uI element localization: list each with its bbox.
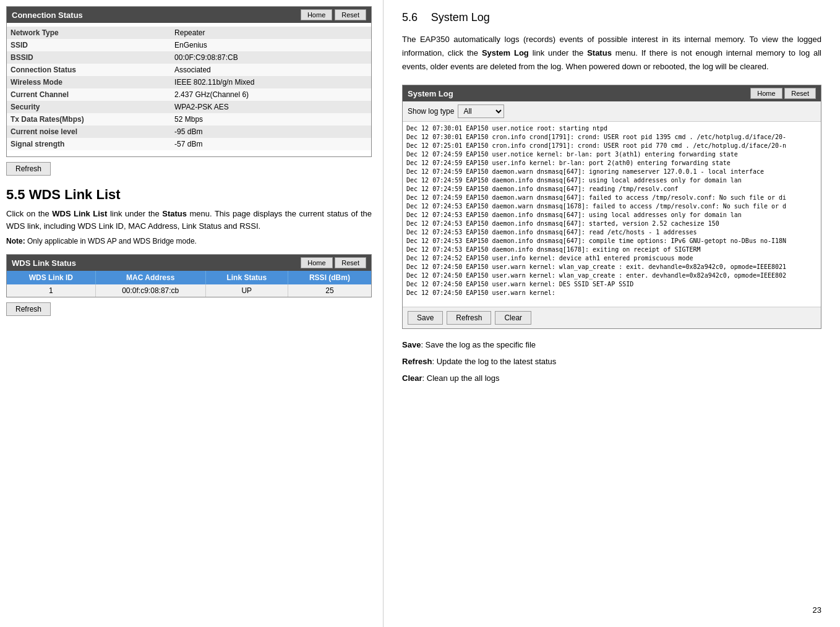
syslog-filter-label: Show log type: [408, 107, 454, 116]
list-item: Dec 12 07:24:53 EAP150 daemon.info dnsma…: [406, 237, 817, 245]
wds-title: WDS Link Status: [12, 258, 76, 268]
table-row: BSSID00:0F:C9:08:87:CB: [7, 51, 371, 64]
page-number: 23: [813, 605, 821, 615]
connection-refresh-wrap: Refresh: [6, 162, 372, 176]
wds-home-button[interactable]: Home: [301, 257, 332, 268]
wds-heading: 5.5 WDS Link List: [6, 187, 372, 203]
wds-refresh-button[interactable]: Refresh: [6, 302, 51, 316]
syslog-home-button[interactable]: Home: [750, 88, 782, 99]
wds-refresh-wrap: Refresh: [6, 302, 372, 316]
field-label: Connection Status: [7, 64, 171, 76]
table-row: Current Channel2.437 GHz(Channel 6): [7, 88, 371, 101]
footnote-label: Clear: [402, 373, 422, 383]
wds-title-bar: WDS Link Status Home Reset: [7, 255, 371, 271]
field-label: Network Type: [7, 27, 171, 39]
field-label: Current Channel: [7, 88, 171, 101]
list-item: Dec 12 07:24:50 EAP150 user.warn kernel:…: [406, 263, 817, 271]
field-value: EnGenius: [171, 39, 371, 51]
syslog-log-text: Dec 12 07:30:01 EAP150 user.notice root:…: [406, 124, 817, 297]
wds-note-text: Only applicable in WDS AP and WDS Bridge…: [27, 237, 197, 245]
list-item: Dec 12 07:24:53 EAP150 daemon.info dnsma…: [406, 228, 817, 237]
list-item: Dec 12 07:24:59 EAP150 daemon.warn dnsma…: [406, 168, 817, 176]
footnote-item: Save: Save the log as the specific file: [402, 339, 821, 352]
syslog-clear-button[interactable]: Clear: [495, 311, 531, 325]
footnote-item: Clear: Clean up the all logs: [402, 372, 821, 385]
connection-status-btn-group: Home Reset: [301, 9, 366, 20]
connection-reset-button[interactable]: Reset: [335, 9, 366, 20]
connection-refresh-button[interactable]: Refresh: [6, 162, 51, 176]
wds-description: Click on the WDS Link List link under th…: [6, 208, 372, 232]
field-value: 52 Mbps: [171, 113, 371, 126]
field-value: Repeater: [171, 27, 371, 39]
wds-link-status-section: WDS Link Status Home Reset WDS Link IDMA…: [6, 254, 372, 297]
syslog-title: System Log: [408, 89, 453, 98]
footnotes-container: Save: Save the log as the specific fileR…: [402, 339, 821, 385]
connection-home-button[interactable]: Home: [301, 9, 332, 20]
field-label: Signal strength: [7, 138, 171, 150]
syslog-content[interactable]: Dec 12 07:30:01 EAP150 user.notice root:…: [403, 122, 821, 307]
list-item: Dec 12 07:24:50 EAP150 user.warn kernel:: [406, 289, 817, 297]
section-description: The EAP350 automatically logs (records) …: [402, 33, 821, 74]
section-number: 5.6: [402, 11, 418, 23]
wds-column-header: MAC Address: [95, 271, 205, 284]
field-label: Security: [7, 101, 171, 113]
wds-column-header: RSSI (dBm): [288, 271, 371, 284]
field-label: BSSID: [7, 51, 171, 64]
field-label: Tx Data Rates(Mbps): [7, 113, 171, 126]
list-item: Dec 12 07:24:59 EAP150 daemon.info dnsma…: [406, 185, 817, 194]
table-row: Tx Data Rates(Mbps)52 Mbps: [7, 113, 371, 126]
list-item: Dec 12 07:24:59 EAP150 daemon.warn dnsma…: [406, 194, 817, 202]
footnote-text: : Update the log to the latest status: [432, 357, 556, 366]
list-item: Dec 12 07:24:50 EAP150 user.warn kernel:…: [406, 271, 817, 280]
field-value: Associated: [171, 64, 371, 76]
footnote-label: Save: [402, 340, 421, 349]
section-title: System Log: [431, 11, 490, 23]
syslog-filter-select[interactable]: AllInfoWarningError: [458, 105, 504, 118]
field-label: Current noise level: [7, 126, 171, 138]
right-panel: 5.6 System Log The EAP350 automatically …: [384, 0, 840, 627]
wds-reset-button[interactable]: Reset: [335, 257, 366, 268]
section-heading: 5.6 System Log: [402, 6, 821, 25]
table-row: SecurityWPA2-PSK AES: [7, 101, 371, 113]
connection-status-title-bar: Connection Status Home Reset: [7, 7, 371, 23]
list-item: Dec 12 07:24:53 EAP150 daemon.info dnsma…: [406, 245, 817, 254]
wds-rssi: 25: [288, 284, 371, 297]
table-row: Current noise level-95 dBm: [7, 126, 371, 138]
wds-btn-group: Home Reset: [301, 257, 366, 268]
syslog-refresh-button[interactable]: Refresh: [447, 311, 491, 325]
connection-status-table: Network TypeRepeaterSSIDEnGeniusBSSID00:…: [7, 27, 371, 150]
list-item: Dec 12 07:25:01 EAP150 cron.info crond[1…: [406, 142, 817, 150]
syslog-filter-row: Show log type AllInfoWarningError: [403, 101, 821, 122]
field-value: -95 dBm: [171, 126, 371, 138]
list-item: Dec 12 07:24:59 EAP150 user.info kernel:…: [406, 159, 817, 168]
syslog-save-button[interactable]: Save: [408, 311, 443, 325]
table-row: SSIDEnGenius: [7, 39, 371, 51]
syslog-title-bar: System Log Home Reset: [403, 85, 821, 101]
field-value: IEEE 802.11b/g/n Mixed: [171, 76, 371, 88]
wds-id: 1: [7, 284, 95, 297]
wds-column-header: WDS Link ID: [7, 271, 95, 284]
footnote-text: : Clean up the all logs: [422, 373, 500, 383]
list-item: Dec 12 07:30:01 EAP150 user.notice root:…: [406, 124, 817, 133]
list-item: Dec 12 07:24:52 EAP150 user.info kernel:…: [406, 254, 817, 263]
table-row: Signal strength-57 dBm: [7, 138, 371, 150]
table-row: Connection StatusAssociated: [7, 64, 371, 76]
connection-status-title: Connection Status: [12, 11, 83, 20]
wds-note-label: Note:: [6, 237, 25, 245]
syslog-btn-group: Home Reset: [750, 88, 816, 99]
table-row: 100:0f:c9:08:87:cbUP25: [7, 284, 371, 297]
field-label: SSID: [7, 39, 171, 51]
wds-mac: 00:0f:c9:08:87:cb: [95, 284, 205, 297]
list-item: Dec 12 07:24:59 EAP150 daemon.info dnsma…: [406, 176, 817, 185]
field-value: WPA2-PSK AES: [171, 101, 371, 113]
syslog-panel: System Log Home Reset Show log type AllI…: [402, 85, 821, 329]
field-value: -57 dBm: [171, 138, 371, 150]
list-item: Dec 12 07:24:59 EAP150 user.notice kerne…: [406, 150, 817, 159]
list-item: Dec 12 07:24:53 EAP150 daemon.info dnsma…: [406, 211, 817, 220]
list-item: Dec 12 07:30:01 EAP150 cron.info crond[1…: [406, 133, 817, 142]
syslog-reset-button[interactable]: Reset: [784, 88, 816, 99]
connection-status-section: Connection Status Home Reset Network Typ…: [6, 6, 372, 157]
footnote-text: : Save the log as the specific file: [421, 340, 536, 349]
list-item: Dec 12 07:24:50 EAP150 user.warn kernel:…: [406, 280, 817, 289]
footnote-label: Refresh: [402, 357, 432, 366]
